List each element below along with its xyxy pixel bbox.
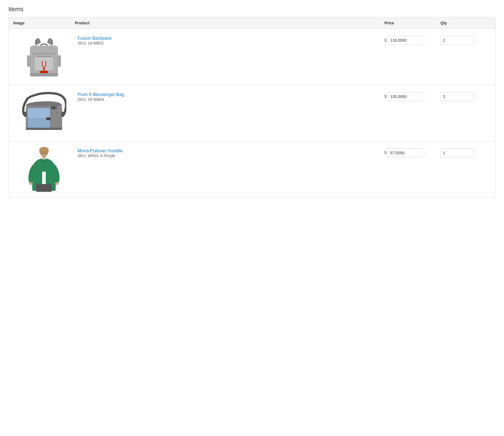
header-price: Price: [384, 21, 440, 25]
table-row: Fusion Backpack SKU: 24-MB02 $: [9, 29, 495, 85]
product-sku: SKU: 24-MB02: [78, 41, 384, 45]
price-symbol: $: [384, 94, 387, 99]
product-name-link[interactable]: Fusion Backpack: [78, 36, 112, 41]
price-cell: $: [384, 147, 440, 157]
table-row: Mona Pullover Hoodlie SKU: WH01-S-Purple…: [9, 141, 495, 197]
product-sku: SKU: 24-WB04: [78, 97, 384, 102]
svg-point-19: [55, 182, 59, 185]
svg-rect-3: [27, 55, 31, 67]
price-symbol: $: [384, 150, 387, 155]
table-row: Push It Messenger Bag SKU: 24-WB04 $: [9, 85, 495, 141]
product-info-cell: Mona Pullover Hoodlie SKU: WH01-S-Purple: [75, 147, 384, 158]
price-symbol: $: [384, 38, 387, 42]
product-image-cell: [13, 34, 75, 79]
price-cell: $: [384, 34, 440, 45]
svg-rect-17: [42, 156, 45, 159]
svg-rect-4: [57, 55, 61, 67]
qty-input[interactable]: [440, 92, 474, 101]
product-name-link[interactable]: Mona Pullover Hoodlie: [78, 148, 123, 153]
svg-rect-13: [46, 117, 51, 120]
qty-input[interactable]: [440, 36, 474, 45]
price-input[interactable]: [388, 92, 424, 101]
svg-rect-2: [40, 71, 48, 73]
header-image: Image: [13, 21, 75, 25]
table-header: Image Product Price Qty: [9, 17, 495, 29]
header-product: Product: [75, 21, 384, 25]
svg-point-18: [29, 182, 33, 185]
svg-rect-20: [36, 184, 52, 192]
product-image-cell: [13, 91, 75, 136]
product-image-cell: [13, 147, 75, 192]
qty-cell: [440, 34, 491, 45]
product-info-cell: Fusion Backpack SKU: 24-MB02: [75, 34, 384, 45]
product-image-messenger: [22, 91, 66, 136]
product-image-backpack: [22, 34, 66, 79]
product-image-hoodie: [22, 147, 66, 192]
page-title: Items: [8, 6, 496, 13]
header-qty: Qty: [440, 21, 491, 25]
svg-rect-1: [34, 57, 54, 71]
price-cell: $: [384, 91, 440, 101]
price-input[interactable]: [388, 148, 424, 157]
product-name-link[interactable]: Push It Messenger Bag: [78, 92, 124, 97]
product-info-cell: Push It Messenger Bag SKU: 24-WB04: [75, 91, 384, 102]
qty-cell: [440, 91, 491, 101]
svg-rect-14: [26, 128, 62, 130]
svg-point-21: [42, 153, 43, 154]
qty-cell: [440, 147, 491, 157]
qty-input[interactable]: [440, 148, 474, 157]
svg-rect-5: [30, 73, 58, 76]
svg-point-22: [45, 153, 46, 154]
price-input[interactable]: [388, 36, 424, 45]
items-table: Image Product Price Qty: [8, 17, 496, 198]
product-sku: SKU: WH01-S-Purple: [78, 153, 384, 158]
svg-rect-12: [28, 119, 50, 129]
